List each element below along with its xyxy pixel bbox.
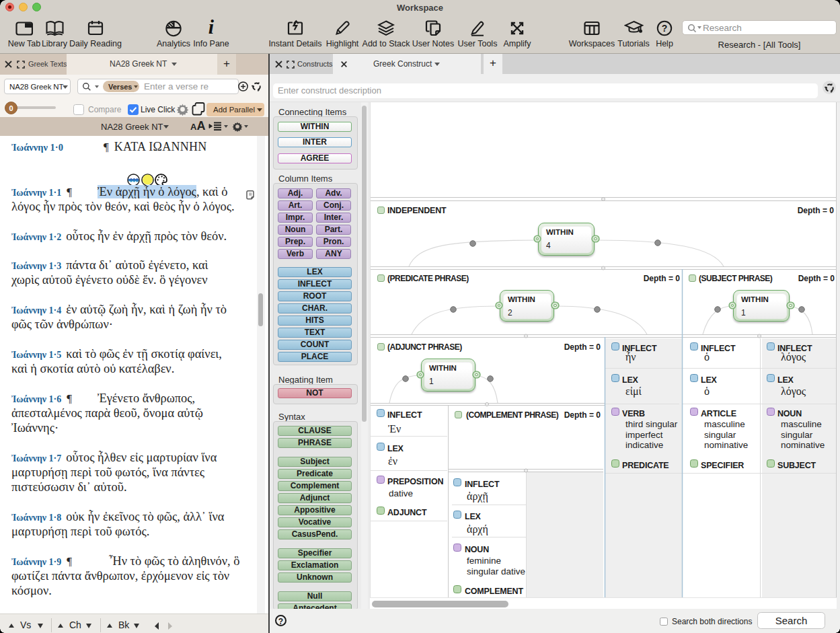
svg-text:?: ? (662, 23, 668, 34)
